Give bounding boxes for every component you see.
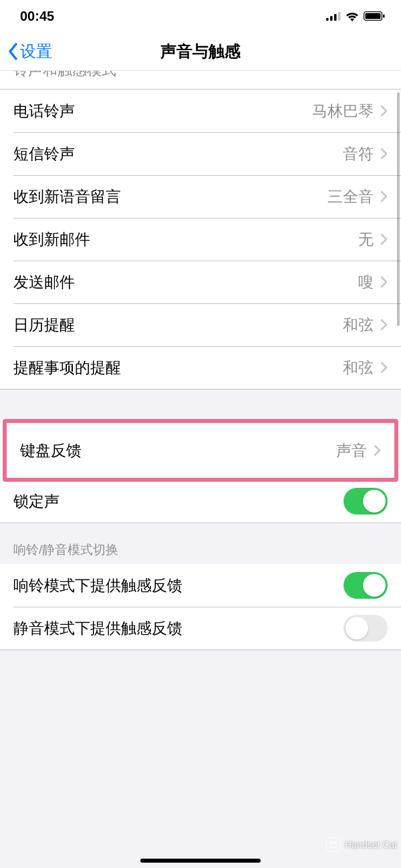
row-value: 三全音 [327,186,374,207]
page-title: 声音与触感 [0,41,401,62]
row-label: 键盘反馈 [20,440,336,461]
row-keyboard-feedback[interactable]: 键盘反馈 声音 [7,423,394,478]
svg-rect-0 [326,18,329,21]
row-label: 电话铃声 [13,101,312,122]
chevron-right-icon [380,361,388,374]
row-value: 马林巴琴 [312,101,374,122]
row-value: 音符 [343,144,374,164]
status-time: 00:45 [20,9,54,24]
status-bar: 00:45 [0,0,401,32]
row-value: 嗖 [358,272,374,293]
row-text-tone[interactable]: 短信铃声 音符 [0,132,401,175]
chevron-right-icon [380,276,388,288]
haptics-group: 响铃模式下提供触感反馈 静音模式下提供触感反馈 [0,564,401,649]
keyboard-group: 键盘反馈 声音 锁定声 [0,419,401,523]
row-label: 日历提醒 [13,315,343,335]
row-label: 锁定声 [13,491,344,512]
haptic-silent-toggle[interactable] [344,615,388,641]
watermark-brand: Handset Cat [345,839,397,850]
row-reminder[interactable]: 提醒事项的提醒 和弦 [0,346,401,389]
wifi-icon [345,11,360,21]
svg-rect-6 [383,15,385,18]
row-sent-mail[interactable]: 发送邮件 嗖 [0,261,401,303]
svg-rect-2 [334,14,337,21]
row-label: 发送邮件 [13,272,358,293]
chevron-right-icon [380,148,388,160]
battery-icon [364,11,385,21]
svg-rect-3 [338,12,341,21]
row-label: 收到新语音留言 [13,186,327,207]
watermark: Handset Cat [326,837,397,852]
svg-rect-1 [330,16,333,21]
row-label: 响铃模式下提供触感反馈 [13,575,344,596]
row-haptic-silent-mode: 静音模式下提供触感反馈 [0,607,401,649]
row-lock-sound: 锁定声 [0,480,401,523]
row-value: 声音 [336,440,367,461]
back-button[interactable]: 设置 [0,32,52,70]
scrollbar[interactable] [397,92,400,326]
chevron-right-icon [380,319,388,331]
row-value: 和弦 [343,357,374,378]
row-label: 提醒事项的提醒 [13,357,343,378]
highlight-box: 键盘反馈 声音 [3,419,398,482]
row-label: 静音模式下提供触感反馈 [13,618,344,639]
row-value: 和弦 [343,315,374,335]
row-value: 无 [358,229,374,250]
cellular-signal-icon [326,11,341,21]
row-new-mail[interactable]: 收到新邮件 无 [0,218,401,261]
row-haptic-ring-mode: 响铃模式下提供触感反馈 [0,564,401,607]
chevron-right-icon [374,444,381,456]
chevron-right-icon [380,233,388,245]
row-voicemail[interactable]: 收到新语音留言 三全音 [0,175,401,218]
haptic-ring-toggle[interactable] [344,572,388,599]
sounds-group: 电话铃声 马林巴琴 短信铃声 音符 收到新语音留言 三全音 收到新邮件 无 发送… [0,90,401,389]
nav-bar: 设置 声音与触感 [0,32,401,71]
home-indicator[interactable] [140,859,261,863]
watermark-icon [326,837,341,852]
status-indicators [326,11,385,21]
haptics-section-header: 响铃/静音模式切换 [0,523,401,564]
row-ringtone[interactable]: 电话铃声 马林巴琴 [0,90,401,132]
lock-sound-toggle[interactable] [344,488,388,515]
svg-rect-5 [366,13,381,19]
clipped-section-header: 铃声和触感模式 [0,71,401,90]
row-calendar[interactable]: 日历提醒 和弦 [0,303,401,346]
chevron-right-icon [380,105,388,117]
chevron-right-icon [380,190,388,202]
back-label: 设置 [20,41,52,62]
row-label: 收到新邮件 [13,229,358,250]
row-label: 短信铃声 [13,144,343,164]
